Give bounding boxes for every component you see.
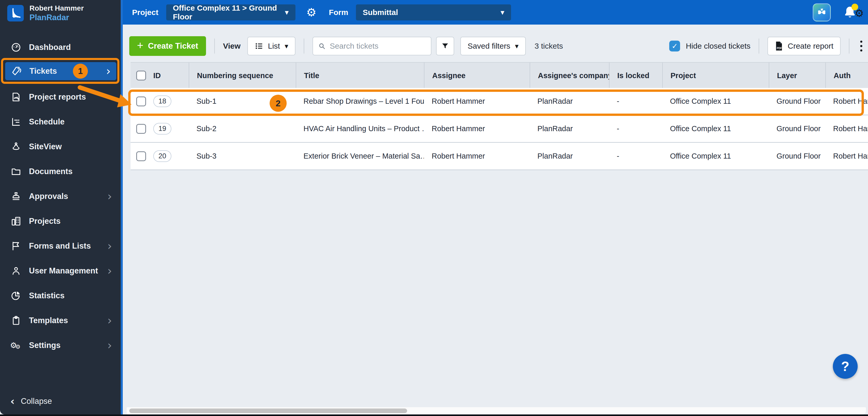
divider: [214, 38, 215, 54]
form-selector[interactable]: Submittal ▼: [356, 4, 511, 21]
table-row[interactable]: 19 Sub-2 HVAC Air Handling Units – Produ…: [130, 115, 868, 143]
sidebar-item-schedule[interactable]: Schedule: [0, 110, 121, 134]
form-selector-value: Submittal: [363, 8, 398, 17]
column-header-assignees-company[interactable]: Assignee's company: [530, 63, 609, 88]
hide-closed-tickets-label: Hide closed tickets: [686, 42, 750, 51]
hide-closed-tickets-checkbox[interactable]: ✓: [669, 40, 680, 52]
project-selector[interactable]: Office Complex 11 > Ground Floor ▼: [166, 4, 296, 21]
sidebar-item-user-management[interactable]: User Management ›: [0, 259, 121, 283]
dashboard-icon: [10, 42, 22, 53]
cell-company: PlanRadar: [530, 115, 609, 142]
annotation-step-1-badge: 1: [73, 64, 88, 79]
account-header[interactable]: Robert Hammer PlanRadar: [7, 4, 84, 22]
divider: [849, 38, 849, 54]
column-header-title[interactable]: Title: [296, 63, 424, 88]
sidebar-item-templates[interactable]: Templates ›: [0, 308, 121, 333]
settings-icon: ⚙⚙: [10, 341, 22, 349]
search-tickets-box: [312, 37, 431, 55]
chevron-right-icon: ›: [107, 265, 112, 276]
siteview-icon: [10, 142, 22, 152]
table-row[interactable]: 18 Sub-1 Rebar Shop Drawings – Level 1 F…: [130, 88, 868, 115]
sidebar-item-dashboard[interactable]: Dashboard: [0, 35, 121, 60]
search-icon: [318, 42, 326, 50]
chevron-left-icon: ‹: [10, 395, 14, 407]
cell-layer: Ground Floor: [769, 115, 825, 142]
horizontal-scrollbar[interactable]: [127, 407, 866, 414]
create-report-button[interactable]: PDF Create report: [768, 37, 841, 55]
planradar-app: Robert Hammer PlanRadar Dashboard: [0, 0, 868, 416]
sidebar-item-siteview[interactable]: SiteView: [0, 134, 121, 159]
select-all-checkbox[interactable]: [136, 71, 146, 81]
cell-project: Office Complex 11: [662, 88, 769, 115]
caret-down-icon: ▼: [285, 9, 289, 15]
more-options-kebab-menu[interactable]: [858, 39, 865, 53]
cell-is-locked: -: [609, 143, 662, 170]
sidebar-item-project-reports[interactable]: Project reports: [0, 85, 121, 110]
cell-company: PlanRadar: [530, 88, 609, 115]
sidebar-item-documents[interactable]: Documents: [0, 159, 121, 184]
row-checkbox[interactable]: [136, 151, 146, 161]
collapse-sidebar-button[interactable]: ‹ Collapse: [10, 395, 52, 407]
sidebar-item-approvals[interactable]: Approvals ›: [0, 184, 121, 209]
window-bottom-edge: [0, 414, 868, 416]
user-name: Robert Hammer: [29, 4, 84, 12]
caret-down-icon: ▼: [515, 43, 519, 49]
view-mode-list-dropdown[interactable]: List ▼: [247, 37, 296, 55]
sidebar-item-label: Dashboard: [29, 43, 71, 52]
table-row[interactable]: 20 Sub-3 Exterior Brick Veneer – Materia…: [130, 143, 868, 170]
column-header-is-locked[interactable]: Is locked: [609, 63, 662, 88]
ticket-count: 3 tickets: [534, 42, 563, 51]
sidebar-item-forms-and-lists[interactable]: Forms and Lists ›: [0, 234, 121, 259]
column-header-assignee[interactable]: Assignee: [424, 63, 530, 88]
table-header: ID Numbering sequence Title Assignee Ass…: [130, 62, 868, 88]
column-header-project[interactable]: Project: [662, 63, 769, 88]
cell-assignee: Robert Hammer: [424, 143, 530, 170]
horizontal-scrollbar-thumb[interactable]: [129, 409, 407, 413]
column-header-layer[interactable]: Layer: [769, 63, 825, 88]
statistics-icon: [10, 291, 22, 301]
forms-icon: [10, 241, 22, 251]
sidebar-item-settings[interactable]: ⚙⚙ Settings ›: [0, 333, 121, 358]
row-checkbox[interactable]: [136, 96, 146, 106]
sidebar-item-label: Documents: [29, 167, 73, 176]
planradar-connect-icon[interactable]: [813, 3, 831, 22]
sidebar-item-statistics[interactable]: Statistics: [0, 283, 121, 308]
sidebar-item-label: Tickets: [29, 66, 57, 76]
project-settings-gear-icon[interactable]: ⚙: [306, 7, 316, 18]
filter-button[interactable]: [436, 37, 454, 55]
sidebar-item-projects[interactable]: Projects: [0, 209, 121, 234]
ticket-id-badge: 20: [153, 150, 172, 162]
sidebar-item-label: Statistics: [29, 291, 65, 300]
chevron-right-icon: ›: [107, 315, 112, 326]
templates-icon: [10, 315, 22, 326]
sidebar-item-label: Projects: [29, 216, 61, 226]
cell-numbering-sequence: Sub-3: [189, 143, 296, 170]
sidebar-item-label: Approvals: [29, 192, 68, 201]
sidebar-scrollbar[interactable]: [121, 0, 123, 414]
search-tickets-input[interactable]: [330, 42, 426, 51]
column-settings-gear-icon[interactable]: ⚙: [855, 7, 864, 19]
cell-project: Office Complex 11: [662, 115, 769, 142]
column-header-auth[interactable]: Auth: [825, 63, 868, 88]
plus-icon: +: [137, 40, 144, 51]
saved-filters-dropdown[interactable]: Saved filters ▼: [460, 37, 526, 55]
sidebar-item-label: Forms and Lists: [29, 241, 91, 251]
projects-icon: [10, 216, 22, 226]
create-ticket-button[interactable]: + Create Ticket: [129, 36, 206, 56]
view-label: View: [223, 42, 241, 51]
svg-text:PDF: PDF: [777, 47, 782, 50]
sidebar-item-tickets[interactable]: Tickets 1 ›: [5, 62, 116, 80]
row-checkbox[interactable]: [136, 124, 146, 134]
column-header-id[interactable]: ID: [153, 71, 161, 80]
tickets-toolbar: + Create Ticket View List ▼: [129, 36, 865, 56]
cell-is-locked: -: [609, 115, 662, 142]
cell-numbering-sequence: Sub-2: [189, 115, 296, 142]
project-reports-icon: [10, 92, 22, 102]
approvals-icon: [10, 191, 22, 202]
sidebar-item-label: Project reports: [29, 92, 86, 102]
cell-layer: Ground Floor: [769, 143, 825, 170]
planradar-logo-icon: [7, 5, 24, 22]
help-button[interactable]: ?: [833, 354, 858, 379]
column-header-numbering-sequence[interactable]: Numbering sequence: [189, 63, 296, 88]
caret-down-icon: ▼: [501, 9, 504, 15]
